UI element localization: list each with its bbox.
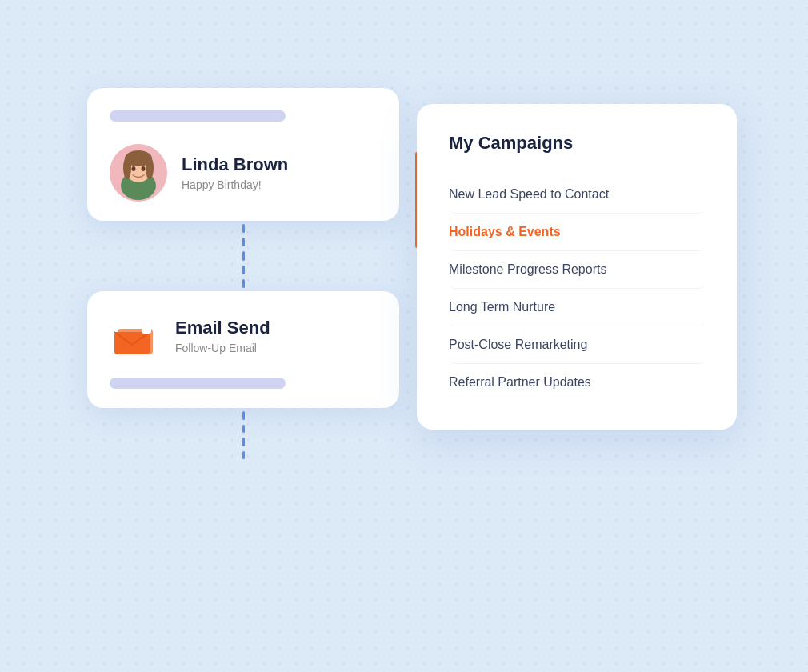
dash xyxy=(242,266,245,274)
email-row: Email Send Follow-Up Email xyxy=(110,314,377,358)
dashed-connector-2 xyxy=(242,411,245,459)
email-info: Email Send Follow-Up Email xyxy=(175,318,270,354)
email-send-title: Email Send xyxy=(175,318,270,338)
campaigns-panel: My Campaigns New Lead Speed to Contact H… xyxy=(417,104,737,430)
campaign-item-post-close[interactable]: Post-Close Remarketing xyxy=(449,326,705,364)
campaign-item-new-lead[interactable]: New Lead Speed to Contact xyxy=(449,176,705,214)
email-send-icon xyxy=(113,316,158,356)
svg-point-3 xyxy=(132,166,136,171)
svg-point-6 xyxy=(123,157,131,179)
person-name: Linda Brown xyxy=(182,154,288,175)
dash xyxy=(242,224,245,233)
card-top-bar xyxy=(110,110,286,122)
dash xyxy=(242,251,245,260)
campaigns-title: My Campaigns xyxy=(449,133,705,154)
card-bottom-bar xyxy=(110,378,286,389)
dash xyxy=(242,279,245,288)
svg-point-4 xyxy=(142,166,146,171)
email-send-subtitle: Follow-Up Email xyxy=(175,342,270,354)
avatar xyxy=(110,144,167,202)
email-send-card: Email Send Follow-Up Email xyxy=(87,291,399,408)
campaign-item-milestone[interactable]: Milestone Progress Reports xyxy=(449,251,705,289)
person-subtitle: Happy Birthday! xyxy=(182,178,288,191)
dash xyxy=(242,451,245,460)
email-icon-wrap xyxy=(110,314,161,358)
campaign-item-holidays[interactable]: Holidays & Events xyxy=(449,214,705,251)
person-row: Linda Brown Happy Birthday! xyxy=(110,144,377,202)
campaign-item-referral[interactable]: Referral Partner Updates xyxy=(449,364,705,401)
campaign-item-long-term[interactable]: Long Term Nurture xyxy=(449,289,705,326)
dash xyxy=(242,238,245,246)
svg-point-7 xyxy=(146,157,154,179)
dash xyxy=(242,411,245,420)
dash xyxy=(242,425,245,434)
left-panel: Linda Brown Happy Birthday! xyxy=(71,88,415,584)
svg-marker-11 xyxy=(142,316,151,322)
contact-card: Linda Brown Happy Birthday! xyxy=(87,88,399,221)
dash xyxy=(242,438,245,446)
main-container: Linda Brown Happy Birthday! xyxy=(56,56,752,616)
person-info: Linda Brown Happy Birthday! xyxy=(182,154,288,191)
dashed-connector-1 xyxy=(242,224,245,288)
